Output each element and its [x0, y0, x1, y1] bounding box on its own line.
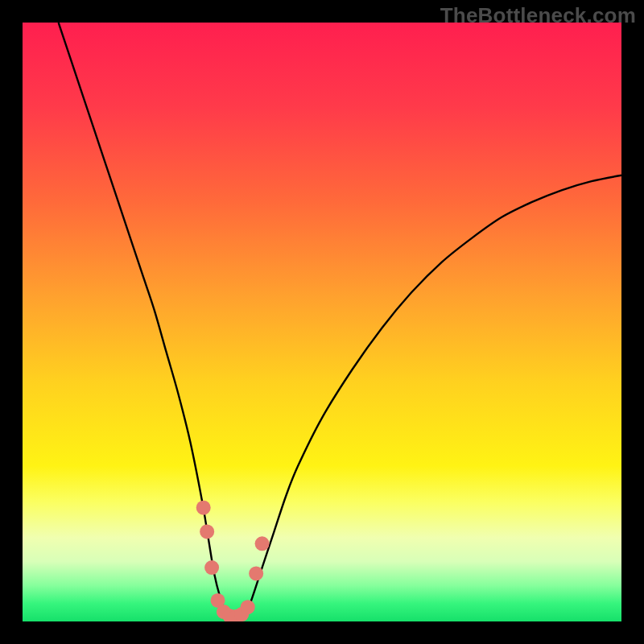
marker-point [241, 600, 255, 614]
marker-point [255, 536, 270, 551]
gradient-background [23, 23, 621, 621]
watermark-text: TheBottleneck.com [440, 3, 636, 28]
marker-point [249, 566, 263, 580]
plot-area [23, 23, 621, 621]
marker-point [196, 501, 211, 515]
chart-svg [23, 23, 621, 621]
chart-frame: TheBottleneck.com [0, 0, 644, 644]
marker-point [200, 524, 214, 539]
marker-point [204, 560, 219, 575]
